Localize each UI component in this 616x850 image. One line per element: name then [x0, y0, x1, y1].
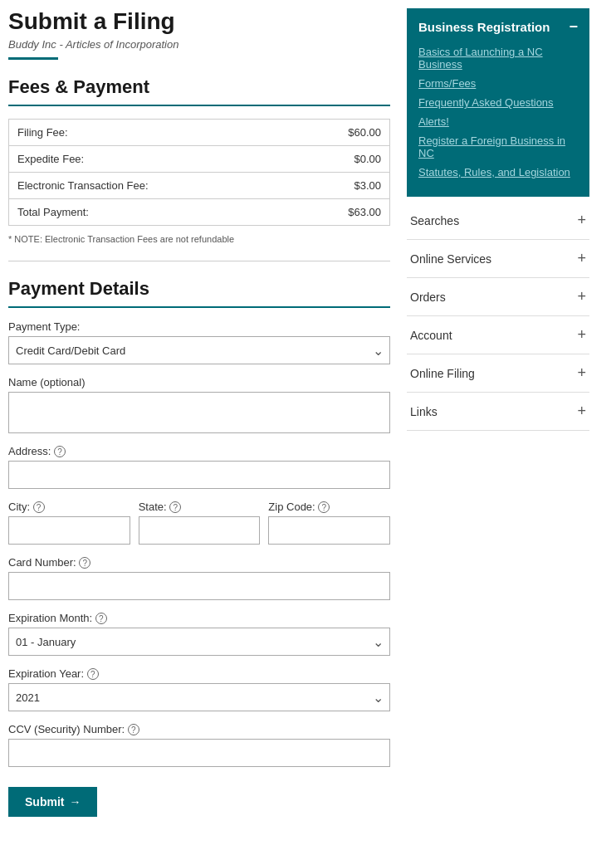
address-group: Address: ?	[8, 445, 390, 489]
name-group: Name (optional)	[8, 376, 390, 433]
exp-month-group: Expiration Month: ? 01 - January02 - Feb…	[8, 612, 390, 656]
city-group: City: ?	[8, 501, 130, 545]
fees-section-title: Fees & Payment	[8, 76, 390, 98]
sidebar-link[interactable]: Frequently Asked Questions	[418, 96, 578, 109]
city-input[interactable]	[8, 516, 130, 545]
city-state-zip-row: City: ? State: ? Zip Code: ?	[8, 501, 390, 556]
name-label: Name (optional)	[8, 376, 390, 388]
sidebar-item-expand-icon[interactable]: +	[577, 288, 586, 305]
zip-input[interactable]	[268, 516, 390, 545]
sidebar-item-label: Online Filing	[410, 367, 475, 380]
exp-month-select-wrapper: 01 - January02 - February03 - March04 - …	[8, 628, 390, 656]
fee-note: * NOTE: Electronic Transaction Fees are …	[8, 234, 390, 244]
city-help-icon[interactable]: ?	[33, 501, 45, 513]
page-title: Submit a Filing	[8, 8, 390, 35]
sidebar-item-label: Account	[410, 329, 452, 342]
fee-row: Filing Fee:$60.00	[9, 120, 390, 146]
exp-year-label: Expiration Year: ?	[8, 667, 390, 680]
fee-value: $60.00	[271, 120, 389, 146]
fee-label: Total Payment:	[9, 199, 272, 226]
business-reg-label: Business Registration	[418, 20, 550, 34]
ccv-help-icon[interactable]: ?	[128, 724, 139, 735]
exp-year-help-icon[interactable]: ?	[87, 668, 99, 680]
state-input[interactable]	[139, 516, 261, 545]
business-reg-collapse-icon[interactable]: −	[569, 18, 578, 36]
ccv-label: CCV (Security) Number: ?	[8, 723, 390, 735]
sidebar-item-expand-icon[interactable]: +	[577, 326, 586, 344]
address-label: Address: ?	[8, 445, 390, 457]
state-help-icon[interactable]: ?	[169, 501, 181, 513]
sidebar-item-links[interactable]: Links+	[407, 393, 589, 431]
fee-row: Electronic Transaction Fee:$3.00	[9, 173, 390, 199]
zip-group: Zip Code: ?	[268, 501, 390, 545]
zip-label: Zip Code: ?	[268, 501, 390, 513]
exp-year-select-wrapper: 2021202220232024202520262027202820292030…	[8, 683, 390, 711]
exp-month-label: Expiration Month: ?	[8, 612, 390, 624]
main-content: Submit a Filing Buddy Inc - Articles of …	[8, 8, 407, 817]
name-input[interactable]	[8, 392, 390, 433]
business-reg-section[interactable]: Business Registration −	[407, 8, 589, 46]
exp-month-help-icon[interactable]: ?	[95, 613, 107, 624]
sidebar-item-label: Searches	[410, 214, 459, 227]
sidebar-item-orders[interactable]: Orders+	[407, 278, 589, 316]
sidebar-item-online-filing[interactable]: Online Filing+	[407, 354, 589, 393]
card-number-group: Card Number: ?	[8, 556, 390, 600]
sidebar-item-account[interactable]: Account+	[407, 316, 589, 354]
sidebar-link[interactable]: Basics of Launching a NC Business	[418, 46, 578, 71]
sidebar-item-searches[interactable]: Searches+	[407, 202, 589, 240]
payment-divider	[8, 306, 390, 308]
payment-section-title: Payment Details	[8, 278, 390, 300]
sidebar-item-label: Orders	[410, 291, 446, 304]
sidebar-link[interactable]: Alerts!	[418, 115, 578, 128]
fee-value: $63.00	[271, 199, 389, 226]
card-number-input[interactable]	[8, 572, 390, 600]
city-label: City: ?	[8, 501, 130, 513]
state-label: State: ?	[139, 501, 261, 513]
submit-label: Submit	[25, 795, 64, 808]
fee-row: Total Payment:$63.00	[9, 199, 390, 226]
fee-table: Filing Fee:$60.00Expedite Fee:$0.00Elect…	[8, 119, 390, 226]
payment-type-label: Payment Type:	[8, 320, 390, 333]
sidebar: Business Registration − Basics of Launch…	[407, 8, 589, 817]
sidebar-item-expand-icon[interactable]: +	[577, 212, 586, 229]
address-help-icon[interactable]: ?	[54, 446, 66, 457]
payment-type-select-wrapper: Credit Card/Debit CardCheckMoney Order ⌄	[8, 336, 390, 364]
fee-value: $3.00	[271, 173, 389, 199]
exp-month-select[interactable]: 01 - January02 - February03 - March04 - …	[8, 628, 390, 656]
ccv-group: CCV (Security) Number: ?	[8, 723, 390, 767]
title-divider	[8, 57, 58, 60]
payment-type-select[interactable]: Credit Card/Debit CardCheckMoney Order	[8, 336, 390, 364]
fee-row: Expedite Fee:$0.00	[9, 146, 390, 173]
state-group: State: ?	[139, 501, 261, 545]
card-number-help-icon[interactable]: ?	[79, 557, 90, 569]
sidebar-link[interactable]: Statutes, Rules, and Legislation	[418, 166, 578, 178]
business-reg-links: Basics of Launching a NC BusinessForms/F…	[407, 46, 589, 197]
sidebar-item-expand-icon[interactable]: +	[577, 250, 586, 267]
exp-year-group: Expiration Year: ? 202120222023202420252…	[8, 667, 390, 711]
fees-divider	[8, 105, 390, 106]
fee-label: Expedite Fee:	[9, 146, 272, 173]
address-input[interactable]	[8, 461, 390, 489]
sidebar-item-expand-icon[interactable]: +	[577, 364, 586, 382]
submit-button[interactable]: Submit →	[8, 787, 97, 817]
card-number-label: Card Number: ?	[8, 556, 390, 569]
exp-year-select[interactable]: 2021202220232024202520262027202820292030	[8, 683, 390, 711]
ccv-input[interactable]	[8, 739, 390, 767]
sidebar-items: Searches+Online Services+Orders+Account+…	[407, 202, 589, 431]
fee-label: Filing Fee:	[9, 120, 272, 146]
fee-label: Electronic Transaction Fee:	[9, 173, 272, 199]
sidebar-item-label: Online Services	[410, 252, 491, 266]
section-separator	[8, 261, 390, 261]
sidebar-link[interactable]: Forms/Fees	[418, 77, 578, 90]
submit-arrow-icon: →	[69, 795, 81, 808]
fee-value: $0.00	[271, 146, 389, 173]
sidebar-item-online-services[interactable]: Online Services+	[407, 240, 589, 278]
sidebar-item-expand-icon[interactable]: +	[577, 403, 586, 420]
page-subtitle: Buddy Inc - Articles of Incorporation	[8, 38, 390, 51]
sidebar-link[interactable]: Register a Foreign Business in NC	[418, 134, 578, 159]
sidebar-item-label: Links	[410, 405, 438, 418]
zip-help-icon[interactable]: ?	[318, 501, 330, 513]
payment-type-group: Payment Type: Credit Card/Debit CardChec…	[8, 320, 390, 364]
